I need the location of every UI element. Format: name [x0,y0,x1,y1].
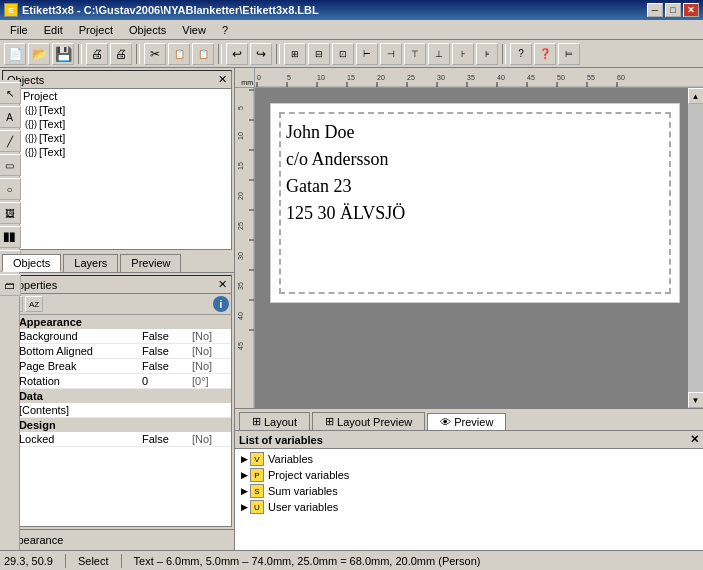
print-button[interactable]: 🖨 [86,43,108,65]
prop-page-break-extra: [No] [192,360,227,372]
preview-tab[interactable]: 👁 Preview [427,413,506,430]
maximize-button[interactable]: □ [665,3,681,17]
extra-button[interactable]: ⊨ [558,43,580,65]
menu-file[interactable]: File [2,22,36,38]
var-item-variables[interactable]: ▶ V Variables [237,451,701,467]
tab-layers[interactable]: Layers [63,254,118,272]
scroll-up-btn[interactable]: ▲ [688,88,704,104]
var-expand-icon-variables: ▶ [241,454,248,464]
canvas-content[interactable]: John Doe c/o Andersson Gatan 23 125 30 Ä… [255,88,703,408]
prop-background-extra: [No] [192,330,227,342]
toolbar-separator-4 [276,44,280,64]
menu-edit[interactable]: Edit [36,22,71,38]
select-tool[interactable]: ↖ [0,82,21,104]
design-section[interactable]: ▼ Design [3,418,231,432]
align7-button[interactable]: ⊥ [428,43,450,65]
text4-type-icon: ({}) [25,147,37,157]
ruler-mm-label: mm [241,79,253,86]
props-header: Properties ✕ [3,276,231,294]
dashed-border [279,112,671,294]
align5-button[interactable]: ⊣ [380,43,402,65]
text-tool[interactable]: A [0,106,21,128]
prop-rotation-value: 0 [142,375,192,387]
align8-button[interactable]: ⊦ [452,43,474,65]
tree-item-text1[interactable]: ({}) [Text] [3,103,231,117]
menu-project[interactable]: Project [71,22,121,38]
layout-preview-tab[interactable]: ⊞ Layout Preview [312,412,425,430]
appearance-section[interactable]: ▼ Appearance [3,315,231,329]
svg-text:5: 5 [287,74,291,81]
minimize-button[interactable]: ─ [647,3,663,17]
svg-text:55: 55 [587,74,595,81]
help2-button[interactable]: ❓ [534,43,556,65]
variables-icon: V [250,452,264,466]
prop-rotation: Rotation 0 [0°] [3,374,231,389]
status-sep-2 [121,554,122,568]
menu-help[interactable]: ? [214,22,236,38]
cut-button[interactable]: ✂ [144,43,166,65]
close-button[interactable]: ✕ [683,3,699,17]
svg-text:10: 10 [237,132,244,140]
props-az-btn[interactable]: AZ [25,296,43,312]
text3-type-icon: ({}) [25,133,37,143]
vars-title: List of variables [239,434,323,446]
new-button[interactable]: 📄 [4,43,26,65]
menu-objects[interactable]: Objects [121,22,174,38]
copy-button[interactable]: 📋 [168,43,190,65]
align3-button[interactable]: ⊡ [332,43,354,65]
align1-button[interactable]: ⊞ [284,43,306,65]
prop-bottom-aligned-value: False [142,345,192,357]
align6-button[interactable]: ⊤ [404,43,426,65]
var-item-project[interactable]: ▶ P Project variables [237,467,701,483]
toolbar-separator-5 [502,44,506,64]
svg-text:50: 50 [557,74,565,81]
canvas-area[interactable]: mm 0 5 10 15 20 25 [235,68,703,408]
help1-button[interactable]: ? [510,43,532,65]
tab-preview[interactable]: Preview [120,254,181,272]
var-item-sum[interactable]: ▶ S Sum variables [237,483,701,499]
redo-button[interactable]: ↪ [250,43,272,65]
tree-item-text3[interactable]: ({}) [Text] [3,131,231,145]
svg-text:0: 0 [257,74,261,81]
paste-button[interactable]: 📋 [192,43,214,65]
prop-locked: Locked False [No] [3,432,231,447]
save-button[interactable]: 💾 [52,43,74,65]
rect-tool[interactable]: ▭ [0,154,21,176]
layout-tab[interactable]: ⊞ Layout [239,412,310,430]
status-coords: 29.3, 50.9 [4,555,53,567]
print2-button[interactable]: 🖨 [110,43,132,65]
svg-text:60: 60 [617,74,625,81]
prop-background: Background False [No] [3,329,231,344]
db-tool[interactable]: 🗃 [0,274,21,296]
tree-item-text2-label: [Text] [39,118,65,130]
align9-button[interactable]: ⊧ [476,43,498,65]
var-item-user[interactable]: ▶ U User variables [237,499,701,515]
tree-item-project[interactable]: 📄 Project [3,89,231,103]
var-label-project: Project variables [268,469,349,481]
align4-button[interactable]: ⊢ [356,43,378,65]
image-tool[interactable]: 🖼 [0,202,21,224]
circle-tool[interactable]: ○ [0,178,21,200]
undo-button[interactable]: ↩ [226,43,248,65]
canvas-scrollbar-v[interactable]: ▲ ▼ [687,88,703,408]
menu-view[interactable]: View [174,22,214,38]
tree-item-text2[interactable]: ({}) [Text] [3,117,231,131]
scroll-track-v[interactable] [688,104,703,392]
objects-panel-close[interactable]: ✕ [218,73,227,86]
var-label-user: User variables [268,501,338,513]
line-tool[interactable]: ╱ [0,130,21,152]
svg-text:5: 5 [237,106,244,110]
menu-bar: File Edit Project Objects View ? [0,20,703,40]
props-info-btn[interactable]: i [213,296,229,312]
scroll-down-btn[interactable]: ▼ [688,392,704,408]
barcode-tool[interactable]: ▊▊ [0,226,21,248]
tree-item-text4[interactable]: ({}) [Text] [3,145,231,159]
align2-button[interactable]: ⊟ [308,43,330,65]
data-section[interactable]: ▼ Data [3,389,231,403]
open-button[interactable]: 📂 [28,43,50,65]
vars-close-btn[interactable]: ✕ [690,433,699,446]
appearance-footer: Appearance [0,529,234,550]
props-panel-close[interactable]: ✕ [218,278,227,291]
tab-objects[interactable]: Objects [2,254,61,272]
left-panel: Objects ✕ 📄 Project ({}) [Text] ({}) [Te… [0,68,235,550]
